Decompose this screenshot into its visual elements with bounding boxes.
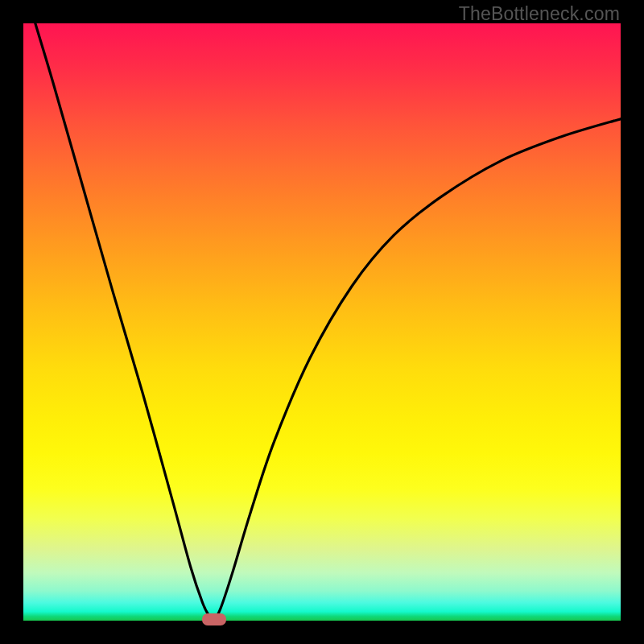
bottleneck-curve-path [35,23,621,620]
plot-area [23,23,621,621]
watermark-text: TheBottleneck.com [459,3,620,25]
minimum-marker [202,613,226,625]
curve-svg [23,23,621,621]
